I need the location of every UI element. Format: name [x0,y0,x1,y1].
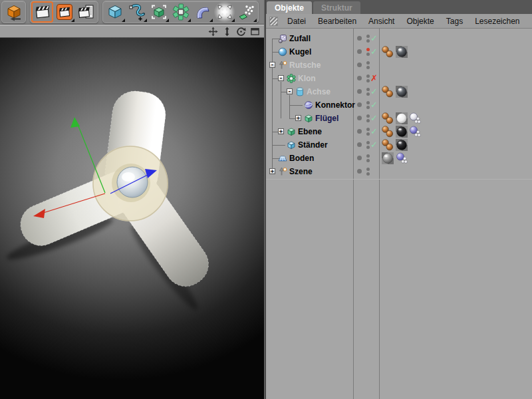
enabled-check-icon[interactable]: ✓ [370,126,378,136]
texture-gray-tag[interactable] [382,152,394,164]
editor-visibility-dot[interactable] [366,114,370,118]
collapse-toggle[interactable]: - [269,62,275,68]
layer-color-dot[interactable] [357,63,362,67]
texture-black-tag[interactable] [396,126,408,138]
menu-datei[interactable]: Datei [281,17,312,26]
add-particles-icon[interactable] [235,1,257,23]
editor-visibility-dot[interactable] [366,128,370,131]
object-label[interactable]: Ständer [298,140,328,150]
object-row-st-nder[interactable]: Ständer✓ [266,138,532,152]
render-visibility-dot[interactable] [366,159,370,162]
texture-white-tag[interactable] [396,112,408,124]
menu-ansicht[interactable]: Ansicht [362,17,400,26]
editor-visibility-dot[interactable] [366,168,370,171]
layer-color-dot[interactable] [357,49,362,54]
sim-blue-tag[interactable] [396,152,408,164]
render-settings-icon[interactable] [53,1,75,23]
object-label[interactable]: Boden [289,154,314,163]
object-row-boden[interactable]: Boden [266,152,532,165]
dynamics-tag[interactable] [382,112,394,124]
layer-color-dot[interactable] [357,76,362,80]
expand-toggle[interactable]: + [269,168,275,174]
layer-color-dot[interactable] [357,142,362,147]
object-row-achse[interactable]: -Achse✓ [266,85,532,98]
viewport-pan-icon[interactable] [207,26,218,37]
dynamics-tag[interactable] [382,126,394,138]
editor-visibility-dot[interactable] [366,74,370,78]
viewport-3d[interactable] [0,38,264,399]
object-row-fl-gel[interactable]: +Flügel✓ [266,112,532,125]
tab-struktur[interactable]: Struktur [313,1,360,14]
object-label[interactable]: Achse [307,87,331,96]
render-queue-icon[interactable] [75,1,97,23]
enabled-check-icon[interactable]: ✓ [370,100,378,110]
object-label[interactable]: Zufall [289,34,311,43]
model-mode-icon[interactable] [3,1,25,23]
object-label[interactable]: Kugel [289,47,311,57]
viewport-zoom-icon[interactable] [221,26,232,37]
render-visibility-dot[interactable] [366,66,370,69]
collapse-toggle[interactable]: - [278,75,284,81]
add-spline-icon[interactable] [126,1,148,23]
render-visibility-dot[interactable] [366,39,370,43]
render-visibility-dot[interactable] [366,92,370,96]
object-label[interactable]: Szene [289,167,313,176]
object-row-kugel[interactable]: Kugel✓ [266,45,532,59]
render-visibility-dot[interactable] [366,119,370,122]
editor-visibility-dot[interactable] [366,35,370,38]
sim-blue-tag[interactable] [409,126,421,138]
object-label[interactable]: Rutsche [289,61,321,70]
menu-tags[interactable]: Tags [440,17,469,26]
texture-dark-tag[interactable] [396,46,408,58]
object-label[interactable]: Konnektor [315,100,355,110]
editor-visibility-dot[interactable] [366,48,370,51]
object-row-konnektor[interactable]: Konnektor✓ [266,98,532,112]
enabled-check-icon[interactable]: ✓ [370,113,378,123]
render-visibility-dot[interactable] [366,79,370,82]
editor-visibility-dot[interactable] [366,154,370,158]
tab-objekte[interactable]: Objekte [267,1,312,14]
render-view-icon[interactable] [31,1,53,23]
expand-toggle[interactable]: + [295,115,301,121]
dynamics-tag[interactable] [382,139,394,151]
viewport-rotate-icon[interactable] [235,26,246,37]
enabled-check-icon[interactable]: ✓ [370,140,378,150]
object-label[interactable]: Flügel [315,114,338,123]
collapse-toggle[interactable]: - [287,88,293,94]
object-row-zufall[interactable]: Zufall✓ [266,32,532,45]
object-row-szene[interactable]: +Szene [266,165,532,178]
dynamics-tag[interactable] [382,86,394,98]
editor-visibility-dot[interactable] [366,141,370,144]
texture-black-tag[interactable] [396,139,408,151]
layer-color-dot[interactable] [357,169,362,174]
expand-toggle[interactable]: + [278,128,284,134]
menu-bearbeiten[interactable]: Bearbeiten [312,17,362,26]
editor-visibility-dot[interactable] [366,61,370,65]
editor-visibility-dot[interactable] [366,88,370,91]
enabled-check-icon[interactable]: ✓ [370,86,378,96]
disabled-cross-icon[interactable]: ✗ [370,73,378,83]
object-label[interactable]: Ebene [298,127,322,136]
object-row-klon[interactable]: -Klon✗ [266,72,532,85]
render-visibility-dot[interactable] [366,106,370,109]
layer-color-dot[interactable] [357,102,362,107]
editor-visibility-dot[interactable] [366,101,370,104]
menu-objekte[interactable]: Objekte [400,17,440,26]
render-visibility-dot[interactable] [366,132,370,136]
menu-lesezeichen[interactable]: Lesezeichen [469,17,525,26]
render-visibility-dot[interactable] [366,172,370,176]
add-expansion-icon[interactable] [213,1,235,23]
add-deformer-icon[interactable] [192,1,213,23]
add-primitive-icon[interactable] [104,1,126,23]
sim-light-tag[interactable] [409,112,421,124]
texture-dark-tag[interactable] [396,86,408,98]
dynamics-tag[interactable] [382,46,394,58]
y-axis-arrowhead[interactable] [70,117,80,128]
add-generator-icon[interactable] [148,1,170,23]
drag-handle-icon[interactable] [269,17,278,26]
viewport-maximize-icon[interactable] [249,26,260,37]
object-label[interactable]: Klon [298,74,316,83]
render-visibility-dot[interactable] [366,146,370,149]
add-modeling-object-icon[interactable] [170,1,192,23]
layer-color-dot[interactable] [357,129,362,134]
